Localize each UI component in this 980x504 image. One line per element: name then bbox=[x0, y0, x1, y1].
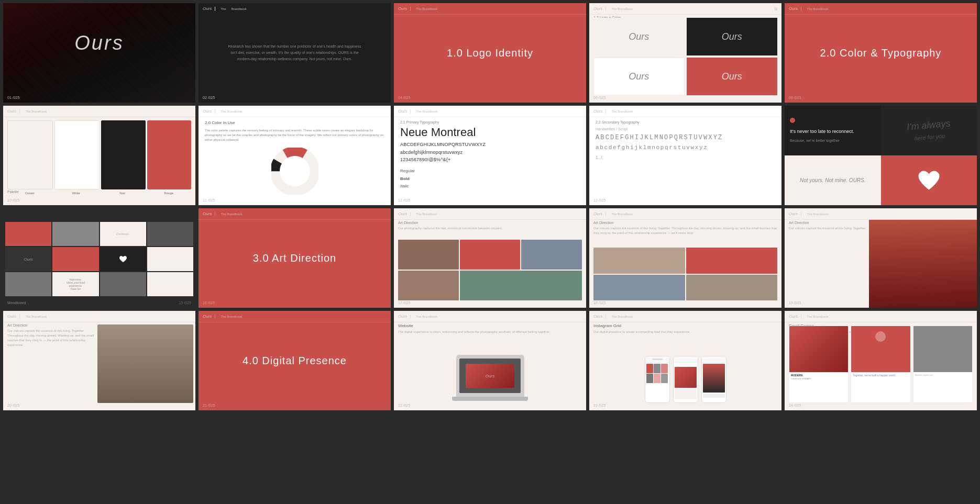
phone-mockup-1 bbox=[645, 356, 670, 403]
typo-content: 2.1 Primary Typography Neue Montreal ABC… bbox=[400, 120, 580, 191]
logo-color-grid: Ours Ours Ours Ours bbox=[593, 18, 777, 95]
slide-number: 04 /025 bbox=[398, 96, 410, 99]
slide-logo-identity[interactable]: Ours The Brandbook 1.0 Logo Identity 04 … bbox=[394, 3, 586, 103]
slide-art-photos-2[interactable]: Ours The Brandbook Art Direction Our col… bbox=[589, 208, 781, 308]
slide-header: Ours The Brandbook bbox=[589, 3, 781, 15]
slide-color-typo-cover[interactable]: Ours The Brandbook 2.0 Color & Typograph… bbox=[785, 3, 977, 103]
slide-header: Ours The Brandbook bbox=[589, 208, 781, 220]
mood-tile-8 bbox=[147, 247, 193, 271]
slide-number: 10 /025 bbox=[7, 198, 19, 202]
website-label: Website bbox=[398, 323, 413, 328]
slide-header: Ours The Brandbook bbox=[199, 106, 391, 117]
svg-point-0 bbox=[275, 151, 315, 191]
sec-typo-label: 2.2 Secondary Typography bbox=[596, 120, 775, 124]
mood-tile-7 bbox=[100, 247, 146, 271]
logo-white: Ours bbox=[593, 58, 685, 95]
slide-header: Ours The Brandbook bbox=[3, 311, 195, 322]
slide-subtitle: Art Direction bbox=[789, 221, 809, 225]
art-photo-7 bbox=[686, 248, 778, 274]
slide-header: Ours The Brandbook bbox=[199, 311, 391, 322]
slide-palette[interactable]: Ours The Brandbook Cream White Noir Roug… bbox=[3, 106, 195, 205]
color-pie bbox=[205, 148, 384, 195]
palette-red bbox=[147, 120, 192, 189]
slide-logo-color[interactable]: Ours The Brandbook 1.2 Logo + Color Ours… bbox=[589, 3, 781, 103]
numerals: 1234567890!@$%^&{+ bbox=[400, 156, 580, 163]
instagram-description: Our digital presence to create a compell… bbox=[593, 330, 690, 334]
palette-content: Cream White Noir Rouge bbox=[7, 120, 191, 195]
art-photo-3 bbox=[521, 240, 582, 270]
email-card-3: Modern experience bbox=[913, 326, 973, 403]
section-title: 3.0 Art Direction bbox=[253, 252, 336, 264]
laptop-base bbox=[452, 397, 528, 401]
art-photo-grid-2 bbox=[593, 248, 777, 300]
art-photo-9 bbox=[686, 275, 778, 301]
moodboard-label: Moodboard bbox=[7, 301, 26, 305]
slide-number: 14 /025 bbox=[789, 198, 801, 202]
sec-alpha-lower: abcdefghijklmnopqrstuvwxyz bbox=[596, 143, 775, 153]
slide-primary-typo[interactable]: Ours The Brandbook 2.1 Primary Typograph… bbox=[394, 106, 586, 205]
slide-grid: Ours 01 /025 Ours The Brandbook Research… bbox=[0, 0, 980, 413]
slide-subtitle: Art Direction bbox=[593, 221, 614, 225]
palette-dark bbox=[101, 120, 146, 189]
slide-color-use[interactable]: Ours The Brandbook 2.0 Color In Use The … bbox=[199, 106, 391, 205]
palette-blocks bbox=[7, 120, 191, 189]
slide-header: Ours The Brandbook bbox=[589, 106, 781, 117]
slide-secondary-typo[interactable]: Ours The Brandbook 2.2 Secondary Typogra… bbox=[589, 106, 781, 205]
mood-tile-6 bbox=[52, 247, 98, 271]
section-title: 1.0 Logo Identity bbox=[447, 47, 533, 59]
font-name: Neue Montreal bbox=[400, 126, 580, 139]
slide-header: Ours The Brandbook bbox=[3, 106, 195, 117]
phone-mockup-3 bbox=[701, 356, 726, 403]
slide-moodboard[interactable]: Contents. Ours Improvise,Value your live… bbox=[3, 208, 195, 308]
pie-chart bbox=[271, 148, 318, 195]
slide-header: Ours The Brandbook bbox=[199, 3, 391, 15]
typo-section-label: 2.1 Primary Typography bbox=[400, 120, 580, 124]
quote-panel-3: Not yours. Not mine. OURS. bbox=[785, 155, 881, 205]
slide-cover[interactable]: Ours 01 /025 bbox=[3, 3, 195, 103]
art-photo-2 bbox=[460, 240, 521, 270]
slide-digital-cover[interactable]: Ours The Brandbook 4.0 Digital Presence … bbox=[199, 311, 391, 410]
slide-number: 15 /025 bbox=[179, 301, 191, 305]
laptop-screen-inner: Ours bbox=[459, 359, 521, 393]
color-usage-content: 2.0 Color In Use The color palette captu… bbox=[205, 120, 384, 198]
quote-subtext-1: Because, we're better together bbox=[790, 138, 876, 143]
art-photo-5 bbox=[460, 271, 582, 300]
art-photo-6 bbox=[593, 248, 685, 274]
slide-art-photo-full[interactable]: Ours The Brandbook Art Direction Our col… bbox=[785, 208, 977, 308]
laptop-container: Ours bbox=[456, 355, 524, 401]
slide-number: 11 /025 bbox=[203, 198, 215, 202]
slide-website[interactable]: Ours The Brandbook Website The digital e… bbox=[394, 311, 586, 410]
quote-panel-1: It's never too late to reconnect. Becaus… bbox=[785, 106, 881, 155]
sec-alpha-upper: ABCDEFGHIJKLMNOPQRSTUVWXYZ bbox=[596, 132, 775, 143]
art-road-photo bbox=[97, 324, 194, 403]
logo-dark: Ours bbox=[687, 18, 778, 55]
slide-header: Ours The Brandbook bbox=[394, 106, 586, 117]
palette-cream bbox=[7, 120, 53, 189]
slide-quotes[interactable]: It's never too late to reconnect. Becaus… bbox=[785, 106, 977, 205]
logo-cream: Ours bbox=[593, 18, 685, 55]
slide-header: Ours The Brandbook bbox=[785, 3, 977, 15]
slide-art-photos-1[interactable]: Ours The Brandbook Art Direction Our pho… bbox=[394, 208, 586, 308]
slide-number: 18 /025 bbox=[593, 301, 605, 305]
slide-number: 09 /025 bbox=[789, 96, 801, 99]
slide-art-direction-cover[interactable]: Ours The Brandbook 3.0 Art Direction 16 … bbox=[199, 208, 391, 308]
mood-tile-1 bbox=[5, 222, 51, 246]
slide-header: Ours The Brandbook bbox=[199, 208, 391, 220]
quote-panel-2: I'm alwayshere for you bbox=[881, 106, 977, 155]
art-photo-grid bbox=[398, 240, 582, 300]
slide-email-comps[interactable]: Ours The Brandbook Email Comps Our digit… bbox=[785, 311, 977, 410]
slide-art-road[interactable]: Ours The Brandbook Art Direction Our col… bbox=[3, 311, 195, 410]
slide-number: 21 /025 bbox=[203, 404, 215, 407]
slide-instagram[interactable]: Ours The Brandbook Instagram Grid Our di… bbox=[589, 311, 781, 410]
sec-typo-content: 2.2 Secondary Typography Handwritten / S… bbox=[596, 120, 775, 160]
slide-number: 16 /025 bbox=[203, 301, 215, 305]
art-description-4: Our colours capture the essence of this … bbox=[7, 329, 94, 348]
slide-intro[interactable]: Ours The Brandbook Research has shown th… bbox=[199, 3, 391, 103]
slide-number: 24 /025 bbox=[789, 404, 801, 407]
art-photo-main bbox=[869, 220, 977, 308]
alphabet-upper: ABCDEFGHIJKLMNOPQRSTUVWXYZ bbox=[400, 141, 580, 148]
slide-header: Ours The Brandbook bbox=[394, 3, 586, 15]
instagram-label: Instagram Grid bbox=[593, 323, 621, 328]
slide-subtitle: Art Direction bbox=[398, 221, 419, 225]
color-use-body: The color palette captures the sensory f… bbox=[205, 128, 384, 142]
